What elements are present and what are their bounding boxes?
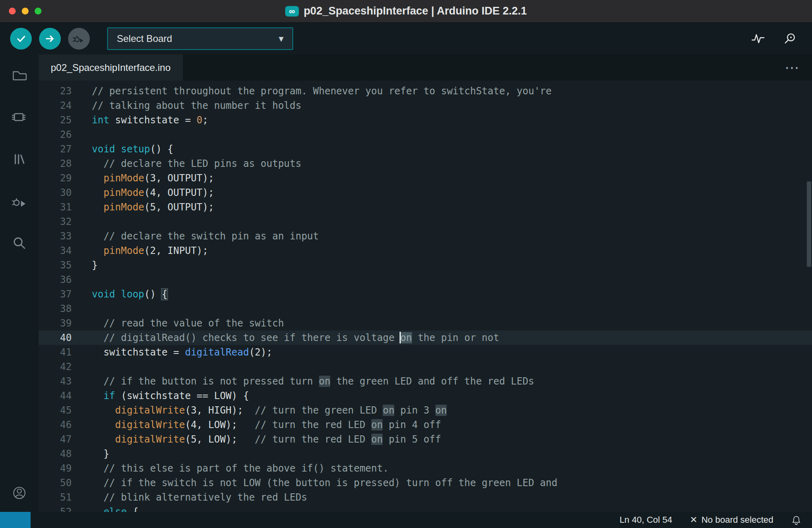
code-text: // if the button is not pressed turn on … — [92, 374, 534, 389]
code-line: 44 if (switchstate == LOW) { — [39, 389, 812, 403]
code-text: } — [92, 258, 97, 272]
line-number: 37 — [39, 287, 92, 301]
code-line: 29 pinMode(3, OUTPUT); — [39, 171, 812, 185]
code-editor[interactable]: 23// persistent throughout the program. … — [39, 81, 812, 512]
check-icon — [14, 32, 28, 46]
close-window-button[interactable] — [9, 8, 16, 15]
code-line: 31 pinMode(5, OUTPUT); — [39, 200, 812, 214]
code-line: 33 // declare the switch pin as an input — [39, 229, 812, 243]
code-text: } — [92, 447, 109, 461]
sidebar-item-sketchbook[interactable] — [0, 54, 39, 96]
code-text: // declare the switch pin as an input — [92, 229, 319, 243]
account-icon — [10, 484, 28, 501]
upload-button[interactable] — [39, 28, 61, 50]
line-number: 50 — [39, 476, 92, 490]
line-number: 31 — [39, 200, 92, 214]
code-line: 49 // this else is part of the above if(… — [39, 461, 812, 476]
line-number: 34 — [39, 243, 92, 258]
line-number: 38 — [39, 301, 92, 316]
board-chip-icon — [10, 108, 28, 126]
code-line: 30 pinMode(4, OUTPUT); — [39, 185, 812, 200]
line-number: 40 — [39, 331, 92, 345]
window-title: p02_SpaceshipInterface | Arduino IDE 2.2… — [304, 5, 527, 17]
code-line: 51 // blink alternatively the red LEDs — [39, 490, 812, 505]
code-text: // read the value of the switch — [92, 316, 284, 331]
line-number: 36 — [39, 272, 92, 287]
code-text: // blink alternatively the red LEDs — [92, 490, 307, 505]
chevron-down-icon: ▾ — [279, 33, 284, 44]
code-line: 28 // declare the LED pins as outputs — [39, 156, 812, 171]
line-number: 33 — [39, 229, 92, 243]
line-number: 51 — [39, 490, 92, 505]
code-line: 37void loop() { — [39, 287, 812, 301]
titlebar: ∞ p02_SpaceshipInterface | Arduino IDE 2… — [0, 0, 812, 23]
status-accent-block — [0, 512, 31, 528]
line-number: 32 — [39, 214, 92, 229]
code-line: 40 // digitalRead() checks to see if the… — [39, 331, 812, 345]
status-bar: Ln 40, Col 54 ✕ No board selected — [0, 512, 812, 528]
activity-sidebar — [0, 54, 39, 512]
code-line: 36 — [39, 272, 812, 287]
serial-monitor-icon[interactable] — [783, 31, 798, 46]
code-text: pinMode(5, OUTPUT); — [92, 200, 214, 214]
code-line: 52 else { — [39, 505, 812, 512]
code-line: 38 — [39, 301, 812, 316]
line-number: 35 — [39, 258, 92, 272]
line-number: 29 — [39, 171, 92, 185]
sidebar-item-account[interactable] — [0, 473, 39, 512]
code-line: 48 } — [39, 447, 812, 461]
serial-plotter-icon[interactable] — [751, 31, 765, 46]
window-title-wrap: ∞ p02_SpaceshipInterface | Arduino IDE 2… — [285, 5, 527, 17]
tab-bar: p02_SpaceshipInterface.ino ⋯ — [39, 54, 812, 81]
board-selector-dropdown[interactable]: Select Board ▾ — [107, 27, 293, 50]
code-text: // talking about the number it holds — [92, 98, 301, 113]
line-number: 27 — [39, 142, 92, 156]
code-text: digitalWrite(3, HIGH); // turn the green… — [92, 403, 447, 418]
line-number: 24 — [39, 98, 92, 113]
code-line: 35} — [39, 258, 812, 272]
line-number: 48 — [39, 447, 92, 461]
line-number: 26 — [39, 127, 92, 142]
line-number: 25 — [39, 113, 92, 127]
line-number: 44 — [39, 389, 92, 403]
cursor-position[interactable]: Ln 40, Col 54 — [619, 515, 672, 525]
tab-label: p02_SpaceshipInterface.ino — [51, 62, 171, 73]
debug-button[interactable] — [68, 28, 90, 50]
sidebar-item-search[interactable] — [0, 222, 39, 264]
zoom-window-button[interactable] — [35, 8, 41, 15]
tab-overflow-menu-icon[interactable]: ⋯ — [785, 60, 812, 75]
line-number: 45 — [39, 403, 92, 418]
sidebar-item-debug[interactable] — [0, 180, 39, 222]
code-line: 46 digitalWrite(4, LOW); // turn the red… — [39, 418, 812, 432]
board-selector-label: Select Board — [117, 33, 172, 44]
verify-button[interactable] — [10, 28, 32, 50]
search-icon — [10, 234, 28, 252]
code-lines: 23// persistent throughout the program. … — [39, 84, 812, 512]
code-text: digitalWrite(4, LOW); // turn the red LE… — [92, 418, 441, 432]
workspace: p02_SpaceshipInterface.ino ⋯ 23// persis… — [0, 54, 812, 512]
code-line: 34 pinMode(2, INPUT); — [39, 243, 812, 258]
code-text: pinMode(2, INPUT); — [92, 243, 208, 258]
line-number: 30 — [39, 185, 92, 200]
code-text: else { — [92, 505, 139, 512]
close-icon: ✕ — [690, 515, 697, 525]
line-number: 41 — [39, 345, 92, 360]
vertical-scrollbar[interactable] — [807, 181, 811, 267]
line-number: 47 — [39, 432, 92, 447]
notifications-bell-icon[interactable] — [791, 515, 802, 525]
sidebar-item-library-manager[interactable] — [0, 138, 39, 180]
sidebar-item-boards-manager[interactable] — [0, 96, 39, 138]
code-text: if (switchstate == LOW) { — [92, 389, 249, 403]
line-number: 28 — [39, 156, 92, 171]
tab-sketch-file[interactable]: p02_SpaceshipInterface.ino — [39, 54, 183, 81]
line-number: 42 — [39, 360, 92, 374]
books-icon — [10, 150, 28, 168]
board-status[interactable]: ✕ No board selected — [690, 515, 773, 525]
code-text: void setup() { — [92, 142, 173, 156]
code-text: digitalWrite(5, LOW); // turn the red LE… — [92, 432, 441, 447]
board-status-label: No board selected — [701, 515, 773, 525]
window-controls — [9, 8, 41, 15]
minimize-window-button[interactable] — [22, 8, 29, 15]
arduino-logo-icon: ∞ — [285, 6, 299, 17]
toolbar: Select Board ▾ — [0, 23, 812, 54]
